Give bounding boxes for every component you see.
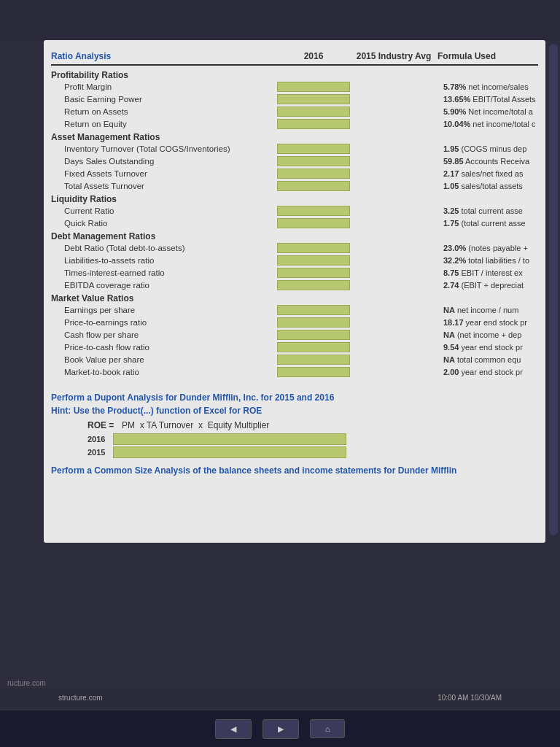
taskbar: ◀ ▶ ⌂ — [0, 711, 560, 747]
home-button[interactable]: ⌂ — [310, 719, 346, 738]
formula-total-assets: 1.05 sales/total assets — [438, 182, 538, 190]
formula-market-book: 2.00 year end stock pr — [438, 368, 538, 376]
watermark: ructure.com — [7, 679, 46, 687]
back-button[interactable]: ◀ — [215, 719, 252, 739]
url-text: structure.com — [58, 694, 103, 702]
scrollbar[interactable] — [549, 44, 558, 535]
roe-formula-row: ROE = PM x TA Turnover x Equity Multipli… — [88, 420, 538, 430]
cell-inventory-2015 — [350, 144, 438, 154]
roe-label: ROE = — [88, 420, 114, 430]
cell-return-assets-2016 — [277, 107, 350, 117]
formula-current-ratio: 3.25 total current asse — [438, 206, 538, 215]
section-asset-mgmt-label: Asset Management Ratios — [51, 132, 277, 142]
label-cash-flow-share: Cash flow per share — [51, 330, 277, 339]
browser-chrome — [0, 0, 560, 40]
forward-button[interactable]: ▶ — [262, 719, 299, 739]
formula-basic-earning: 13.65% EBIT/Total Assets — [438, 95, 538, 104]
cell-pcf-2016 — [277, 342, 350, 352]
cell-cash-flow-2016 — [277, 330, 350, 340]
formula-inventory: 1.95 (COGS minus dep — [438, 144, 538, 153]
cell-return-equity-2015 — [350, 119, 438, 129]
section-debt-mgmt: Debt Management Ratios — [51, 231, 538, 241]
header-2015: 2015 Industry Avg — [350, 51, 438, 61]
formula-liabilities: 32.2% total liabilities / to — [438, 256, 538, 265]
row-ebitda: EBITDA coverage ratio 2.74 (EBIT + depre… — [51, 279, 538, 291]
section-asset-mgmt: Asset Management Ratios — [51, 132, 538, 142]
dupont-title-2: Hint: Use the Product(...) function of E… — [51, 406, 538, 416]
row-days-sales: Days Sales Outstanding 59.85 Accounts Re… — [51, 155, 538, 167]
cell-basic-earning-2015 — [350, 94, 438, 104]
label-profit-margin: Profit Margin — [51, 82, 277, 91]
cell-pe-2015 — [350, 317, 438, 328]
cell-quick-ratio-2016 — [277, 218, 350, 228]
formula-eps: NA net income / num — [438, 306, 538, 314]
header-ratio-analysis: Ratio Analysis — [51, 51, 277, 61]
label-fixed-assets: Fixed Assets Turnover — [51, 169, 277, 178]
formula-return-equity: 10.04% net income/total c — [438, 120, 538, 128]
row-quick-ratio: Quick Ratio 1.75 (total current asse — [51, 217, 538, 229]
cell-pcf-2015 — [350, 342, 438, 352]
label-return-assets: Return on Assets — [51, 107, 277, 116]
cell-ebitda-2016 — [277, 280, 350, 290]
dupont-title-1: Perform a Dupont Analysis for Dunder Mif… — [51, 392, 538, 403]
cell-debt-ratio-2016 — [277, 243, 350, 253]
cell-inventory-2016 — [277, 144, 350, 154]
year-2016-tag: 2016 — [88, 435, 113, 444]
cell-book-value-2016 — [277, 355, 350, 365]
cell-fixed-assets-2016 — [277, 169, 350, 179]
cell-times-interest-2015 — [350, 268, 438, 278]
section-profitability-label: Profitability Ratios — [51, 70, 277, 80]
formula-quick-ratio: 1.75 (total current asse — [438, 219, 538, 228]
cell-eps-2016 — [277, 305, 350, 315]
row-return-assets: Return on Assets 5.90% Net income/total … — [51, 106, 538, 117]
cell-liabilities-2015 — [350, 255, 438, 266]
url-bar[interactable]: structure.com 10:00 AM 10/30/AM — [0, 689, 560, 707]
section-market-value-label: Market Value Ratios — [51, 293, 277, 303]
label-debt-ratio: Debt Ratio (Total debt-to-assets) — [51, 244, 277, 252]
cell-ebitda-2015 — [350, 280, 438, 290]
cell-total-assets-2016 — [277, 181, 350, 191]
row-cash-flow-share: Cash flow per share NA (net income + dep — [51, 329, 538, 341]
header-formula: Formula Used — [438, 51, 538, 61]
year-2016-bar — [113, 433, 346, 445]
timestamp-text: 10:00 AM 10/30/AM — [438, 694, 502, 702]
cell-times-interest-2016 — [277, 268, 350, 278]
formula-debt-ratio: 23.0% (notes payable + — [438, 244, 538, 252]
formula-profit-margin: 5.78% net income/sales — [438, 82, 538, 91]
label-ebitda: EBITDA coverage ratio — [51, 281, 277, 290]
label-times-interest: Times-interest-earned ratio — [51, 268, 277, 277]
cell-market-book-2016 — [277, 367, 350, 377]
label-total-assets: Total Assets Turnover — [51, 182, 277, 190]
formula-fixed-assets: 2.17 sales/net fixed as — [438, 169, 538, 178]
section-liquidity-label: Liquidity Ratios — [51, 194, 277, 204]
cell-market-book-2015 — [350, 367, 438, 377]
year-2015-bar — [113, 446, 346, 458]
cell-return-assets-2015 — [350, 107, 438, 117]
section-market-value: Market Value Ratios — [51, 293, 538, 303]
label-inventory-turnover: Inventory Turnover (Total COGS/Inventori… — [51, 144, 277, 153]
row-total-assets: Total Assets Turnover 1.05 sales/total a… — [51, 180, 538, 192]
header-2016: 2016 — [277, 51, 350, 61]
formula-ebitda: 2.74 (EBIT + depreciat — [438, 281, 538, 290]
row-pe-ratio: Price-to-earnings ratio 18.17 year end s… — [51, 317, 538, 328]
ta-turnover-label: x TA Turnover — [140, 420, 194, 430]
cell-profit-margin-2016 — [277, 82, 350, 92]
label-pe-ratio: Price-to-earnings ratio — [51, 318, 277, 327]
x2-label: x — [198, 420, 203, 430]
row-pcf-ratio: Price-to-cash flow ratio 9.54 year end s… — [51, 341, 538, 353]
formula-cash-flow: NA (net income + dep — [438, 330, 538, 339]
row-current-ratio: Current Ratio 3.25 total current asse — [51, 205, 538, 217]
formula-pcf: 9.54 year end stock pr — [438, 343, 538, 352]
content-area: Ratio Analysis 2016 2015 Industry Avg Fo… — [44, 40, 545, 543]
label-quick-ratio: Quick Ratio — [51, 219, 277, 228]
label-liabilities-assets: Liabilities-to-assets ratio — [51, 256, 277, 265]
label-pcf-ratio: Price-to-cash flow ratio — [51, 343, 277, 352]
label-book-value: Book Value per share — [51, 355, 277, 364]
cell-pe-2016 — [277, 317, 350, 328]
cell-current-ratio-2016 — [277, 206, 350, 216]
year-2015-tag: 2015 — [88, 448, 113, 457]
formula-return-assets: 5.90% Net income/total a — [438, 107, 538, 116]
row-eps: Earnings per share NA net income / num — [51, 304, 538, 316]
cell-liabilities-2016 — [277, 255, 350, 266]
cell-fixed-assets-2015 — [350, 169, 438, 179]
